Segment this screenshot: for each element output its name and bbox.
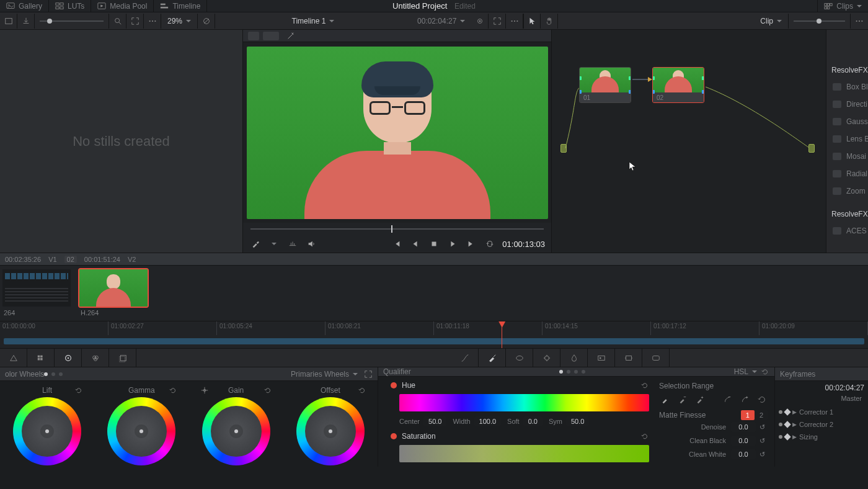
stop-button[interactable]	[428, 238, 440, 250]
feather-add-icon[interactable]	[738, 394, 751, 405]
matte-finesse-tabs[interactable]: 1 2	[741, 410, 768, 420]
fx-item[interactable]: ACES T	[826, 222, 868, 240]
node-01[interactable]: 01	[579, 67, 631, 103]
pan-tool[interactable]	[541, 14, 558, 29]
eyedropper-dropdown[interactable]	[268, 238, 280, 250]
tab-gallery[interactable]: Gallery	[0, 0, 49, 12]
picker-icon[interactable]	[659, 394, 671, 405]
matte-value[interactable]: 0.0	[731, 422, 756, 432]
fullscreen-button[interactable]	[489, 14, 506, 29]
hue-soft-value[interactable]: 0.0	[523, 416, 542, 426]
highlight-button[interactable]	[471, 14, 489, 29]
expand-button[interactable]	[126, 14, 144, 29]
picker-add-icon[interactable]	[694, 394, 706, 405]
viewer-mode-dual-icon[interactable]	[263, 32, 279, 40]
saturation-strip[interactable]	[399, 445, 649, 462]
qualifier-mode-dropdown[interactable]: HSL	[734, 367, 748, 376]
grab-still-button[interactable]	[0, 14, 17, 29]
motion-effects-button[interactable]	[109, 349, 136, 367]
fx-item[interactable]: Zoom	[826, 182, 868, 200]
hue-enable-toggle[interactable]	[391, 382, 397, 388]
blur-button[interactable]	[560, 349, 588, 367]
window-button[interactable]	[506, 349, 533, 367]
sat-enable-toggle[interactable]	[391, 433, 397, 439]
eyedropper-button[interactable]	[249, 238, 262, 250]
reset-qualifier-icon[interactable]	[761, 367, 769, 376]
reset-icon[interactable]	[358, 386, 366, 395]
options-button[interactable]	[144, 14, 161, 29]
tab-luts[interactable]: LUTs	[49, 0, 91, 12]
thumbnail-size-slider[interactable]	[35, 14, 109, 29]
fx-item[interactable]: Directi	[826, 96, 868, 113]
3d-button[interactable]	[642, 349, 670, 367]
search-button[interactable]	[109, 14, 126, 29]
matte-value[interactable]: 0.0	[731, 436, 756, 446]
keyframe-track[interactable]: ▶Corrector 2	[779, 418, 864, 431]
bypass-button[interactable]	[198, 14, 215, 29]
sizing-button[interactable]	[615, 349, 642, 367]
unmix-button[interactable]	[286, 238, 299, 250]
tracker-button[interactable]	[533, 349, 560, 367]
fx-item[interactable]: Gaussi	[826, 113, 868, 130]
color-wheel-lift[interactable]: Lift	[1, 384, 93, 467]
invert-selection-icon[interactable]	[756, 394, 768, 405]
magic-wand-icon[interactable]	[286, 32, 295, 40]
curves-button[interactable]	[451, 349, 479, 367]
qualifier-button[interactable]	[479, 349, 506, 367]
tab-timeline[interactable]: Timeline	[154, 0, 207, 12]
mini-timeline[interactable]: 01:00:00:0001:00:02:2701:00:05:2401:00:0…	[0, 321, 868, 349]
hue-width-value[interactable]: 100.0	[474, 416, 502, 426]
zoom-dropdown[interactable]: 29%	[161, 14, 198, 29]
reset-icon[interactable]	[169, 386, 177, 395]
color-wheel-gamma[interactable]: Gamma	[95, 384, 187, 467]
picker-subtract-icon[interactable]	[676, 394, 689, 405]
timeline-selector[interactable]: Timeline 1	[286, 14, 341, 29]
reset-icon[interactable]	[264, 386, 272, 395]
matte-tab-1[interactable]: 1	[741, 410, 755, 420]
color-wheel-gain[interactable]: Gain	[190, 384, 282, 467]
color-wheels-button[interactable]	[55, 349, 82, 367]
expand-panel-icon[interactable]	[364, 370, 373, 379]
last-frame-button[interactable]	[465, 238, 477, 250]
node-02[interactable]: 02	[652, 67, 704, 103]
matte-value[interactable]: 0.0	[731, 449, 756, 459]
hue-center-value[interactable]: 50.0	[423, 416, 446, 426]
keyframe-track[interactable]: ▶Sizing	[779, 431, 864, 443]
viewer-scrubber[interactable]	[243, 223, 551, 235]
clip-thumbnail[interactable]: H.264	[79, 269, 148, 317]
timeline-track[interactable]	[4, 338, 864, 344]
first-frame-button[interactable]	[391, 238, 403, 250]
pointer-tool[interactable]	[523, 14, 541, 29]
loop-button[interactable]	[484, 238, 496, 250]
reset-icon[interactable]	[74, 386, 83, 395]
viewer-image[interactable]	[243, 42, 551, 223]
reset-icon[interactable]: ↺	[756, 437, 768, 445]
key-button[interactable]	[588, 349, 615, 367]
tab-media-pool[interactable]: Media Pool	[91, 0, 154, 12]
hue-strip[interactable]	[399, 394, 649, 411]
node-zoom-slider[interactable]	[789, 14, 851, 29]
viewer-timecode[interactable]: 00:02:04:27	[411, 14, 471, 29]
node-mode-dropdown[interactable]: Clip	[754, 14, 789, 29]
timeline-playhead[interactable]	[502, 321, 502, 348]
fx-item[interactable]: Lens B	[826, 130, 868, 148]
mute-button[interactable]	[305, 238, 317, 250]
play-reverse-button[interactable]	[409, 238, 422, 250]
hue-sym-value[interactable]: 50.0	[566, 416, 589, 426]
keyframe-track[interactable]: ▶Corrector 1	[779, 406, 864, 418]
auto-balance-icon[interactable]	[200, 386, 209, 395]
feather-subtract-icon[interactable]	[722, 394, 734, 405]
export-still-button[interactable]	[17, 14, 35, 29]
reset-icon[interactable]: ↺	[756, 423, 768, 431]
viewer-mode-left-icon[interactable]	[248, 32, 259, 40]
tab-clips[interactable]: Clips	[817, 0, 868, 12]
color-checker-button[interactable]	[27, 349, 55, 367]
viewer-options-button[interactable]	[506, 14, 523, 29]
fx-item[interactable]: Mosai	[826, 148, 868, 165]
wheels-mode-dropdown[interactable]: Primaries Wheels	[291, 370, 349, 379]
rgb-mixer-button[interactable]	[82, 349, 109, 367]
fx-item[interactable]: Radial	[826, 165, 868, 182]
node-options-button[interactable]	[851, 14, 868, 29]
camera-raw-button[interactable]	[0, 349, 27, 367]
node-graph[interactable]: 01 02 ResolveFX Bl Box BlDirectiGaussiLe…	[552, 30, 868, 253]
